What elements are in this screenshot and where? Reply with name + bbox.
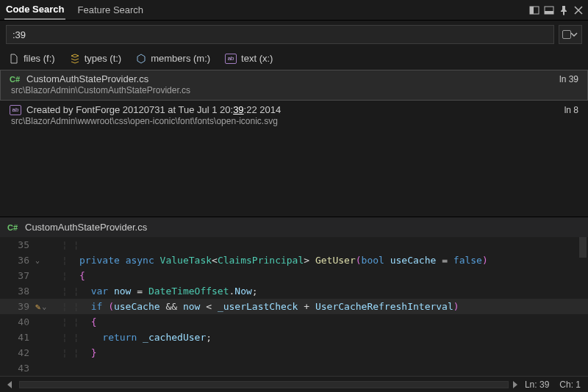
pin-icon[interactable] <box>559 5 569 15</box>
line-number: 41 <box>0 332 34 343</box>
scroll-left-icon[interactable] <box>7 381 12 388</box>
result-line: ln 8 <box>564 105 578 115</box>
top-tabs: Code Search Feature Search <box>4 1 145 20</box>
panel-bottom-icon[interactable] <box>544 5 554 15</box>
svg-rect-3 <box>545 11 553 14</box>
text-icon: ab <box>225 54 237 64</box>
line-number: 38 <box>0 286 34 297</box>
scroll-right-icon[interactable] <box>513 381 517 388</box>
code-line: { <box>79 270 588 281</box>
filter-members-label: members (m:) <box>151 53 210 64</box>
filter-bar: files (f:) types (t:) members (m:) ab te… <box>0 48 588 70</box>
tab-feature-search[interactable]: Feature Search <box>76 1 145 19</box>
line-number: 40 <box>0 316 34 327</box>
filter-files[interactable]: files (f:) <box>9 53 55 64</box>
code-line: var now = DateTimeOffset.Now; <box>79 286 588 297</box>
preview-header: C# CustomAuthStateProvider.cs <box>0 217 588 237</box>
chevron-down-icon[interactable]: ⌄ <box>42 302 46 311</box>
results-panel: C# CustomAuthStateProvider.cs ln 39 src\… <box>0 70 588 217</box>
result-item[interactable]: C# CustomAuthStateProvider.cs ln 39 src\… <box>0 70 588 101</box>
csharp-badge-icon: C# <box>7 223 19 232</box>
code-line: return _cachedUser; <box>79 332 588 343</box>
csharp-badge-icon: C# <box>10 75 21 84</box>
result-path: src\BlazorAdmin\CustomAuthStateProvider.… <box>10 85 578 95</box>
line-number: 37 <box>0 270 34 281</box>
result-title: Created by FontForge 20120731 at Tue Jul… <box>26 104 281 115</box>
close-icon[interactable] <box>573 5 584 15</box>
members-icon <box>136 54 146 64</box>
line-number: 42 <box>0 347 34 358</box>
panel-left-icon[interactable] <box>529 5 539 15</box>
chevron-down-icon[interactable]: ⌄ <box>35 256 40 264</box>
line-number: 43 <box>0 363 34 374</box>
result-item[interactable]: ab Created by FontForge 20120731 at Tue … <box>0 101 588 131</box>
result-title: CustomAuthStateProvider.cs <box>26 73 148 84</box>
minimap[interactable] <box>579 237 587 376</box>
search-input[interactable] <box>6 25 554 44</box>
paintbrush-icon: ✎ <box>35 302 40 312</box>
search-options-button[interactable] <box>559 25 582 44</box>
line-number: 36 <box>0 255 34 266</box>
types-icon <box>70 54 80 64</box>
horizontal-scrollbar[interactable] <box>19 381 509 388</box>
svg-rect-1 <box>530 7 534 14</box>
filter-members[interactable]: members (m:) <box>136 53 210 64</box>
code-line: { <box>79 316 588 327</box>
text-badge-icon: ab <box>10 105 21 115</box>
status-bar: Ln: 39 Ch: 1 <box>0 376 588 392</box>
title-bar: Code Search Feature Search <box>0 0 588 21</box>
result-path: src\BlazorAdmin\wwwroot\css\open-iconic\… <box>10 116 578 126</box>
line-number: 35 <box>0 239 34 250</box>
filter-types[interactable]: types (t:) <box>70 53 122 64</box>
filter-text-label: text (x:) <box>241 53 273 64</box>
filter-types-label: types (t:) <box>85 53 122 64</box>
tab-code-search[interactable]: Code Search <box>4 1 65 20</box>
code-line: if (useCache && now < _userLastCheck + U… <box>79 301 588 312</box>
status-col: Ch: 1 <box>559 380 581 390</box>
result-line: ln 39 <box>559 74 578 84</box>
preview-filename: CustomAuthStateProvider.cs <box>25 222 147 233</box>
filter-text[interactable]: ab text (x:) <box>225 53 273 64</box>
search-row <box>0 21 588 48</box>
code-line: private async ValueTask<ClaimsPrincipal>… <box>79 255 588 266</box>
file-icon <box>9 54 19 64</box>
status-line: Ln: 39 <box>525 380 549 390</box>
code-editor[interactable]: 35 ¦ ¦ 36 ⌄ ¦ private async ValueTask<Cl… <box>0 237 588 376</box>
window-controls <box>529 5 584 15</box>
code-line: } <box>79 347 588 358</box>
line-number: 39 <box>0 301 34 312</box>
filter-files-label: files (f:) <box>24 53 55 64</box>
